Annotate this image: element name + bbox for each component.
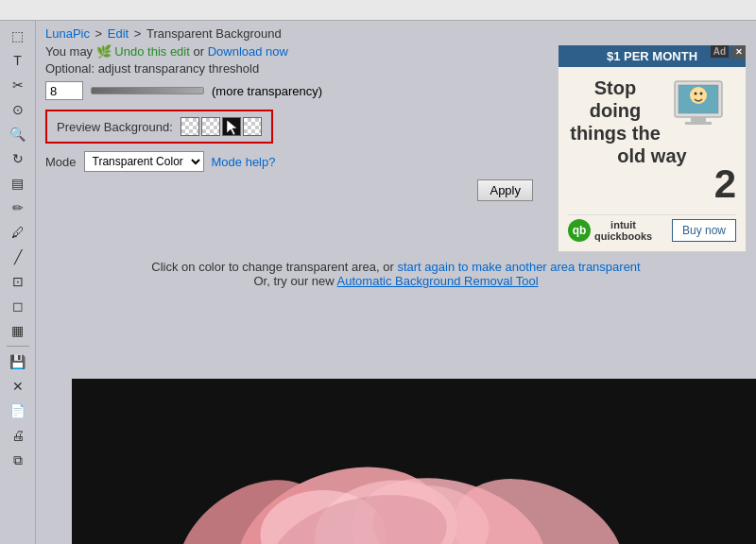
svg-point-7	[700, 93, 703, 95]
file-icon[interactable]: 📄	[5, 400, 31, 422]
breadcrumb-sep1: >	[95, 26, 106, 41]
start-again-link[interactable]: start again to make another area transpa…	[397, 260, 640, 274]
mode-label: Mode	[45, 155, 77, 169]
breadcrumb-edit[interactable]: Edit	[108, 26, 129, 41]
close-icon[interactable]: ✕	[5, 375, 31, 398]
ad-panel: $1 PER MONTH Ad ✕	[558, 44, 747, 252]
threshold-row: (more transparency)	[45, 81, 542, 100]
pencil-icon[interactable]: ╱	[5, 246, 31, 268]
save-icon[interactable]: 💾	[5, 350, 31, 373]
rose-image	[72, 379, 756, 544]
ad-box: $1 PER MONTH Ad ✕	[558, 44, 747, 252]
ad-number: 2	[714, 162, 736, 207]
undo-link[interactable]: 🌿 Undo this edit	[96, 44, 190, 59]
threshold-slider-container	[91, 87, 204, 94]
svg-marker-0	[227, 120, 237, 135]
breadcrumb-sep2: >	[134, 26, 145, 41]
threshold-hint: (more transparency)	[212, 84, 322, 98]
eyedropper-icon[interactable]: 🖊	[5, 221, 31, 244]
print-icon[interactable]: 🖨	[5, 424, 31, 447]
text-icon[interactable]: T	[5, 49, 31, 72]
image-preview	[72, 379, 756, 544]
svg-rect-3	[691, 117, 706, 122]
ad-header: $1 PER MONTH Ad ✕	[558, 45, 746, 67]
threshold-slider[interactable]	[91, 87, 204, 94]
rotate-icon[interactable]: ↻	[5, 147, 31, 170]
select-icon[interactable]: ⬚	[5, 25, 31, 47]
history-icon[interactable]: ⊡	[5, 270, 31, 293]
apply-btn-row: Apply	[45, 179, 533, 201]
content-area: You may 🌿 Undo this edit or Download now…	[36, 44, 756, 252]
apply-button[interactable]: Apply	[477, 179, 533, 201]
instruction1: Click on color to change transparent are…	[151, 260, 394, 274]
lasso-icon[interactable]: ⊙	[5, 98, 31, 121]
undo-prefix: You may	[45, 44, 93, 59]
breadcrumb-lunapic[interactable]: LunaPic	[45, 26, 90, 41]
ad-logo-row: qb intuitquickbooks Buy now	[568, 214, 736, 242]
eraser-icon[interactable]: ◻	[5, 295, 31, 317]
breadcrumb-current: Transparent Background	[146, 26, 282, 41]
qb-icon: qb	[568, 219, 591, 242]
ad-buy-button[interactable]: Buy now	[672, 219, 736, 242]
gradient-icon[interactable]: ▦	[5, 319, 31, 342]
brush-icon[interactable]: ✏	[5, 196, 31, 219]
checker-swatch2[interactable]	[201, 117, 220, 136]
top-bar	[0, 0, 756, 21]
svg-rect-4	[685, 122, 712, 125]
checker-swatch3[interactable]	[243, 117, 262, 136]
preview-swatch-container	[180, 117, 262, 136]
qb-text: intuitquickbooks	[594, 219, 652, 242]
download-link[interactable]: Download now	[208, 44, 288, 59]
preview-label: Preview Background:	[57, 120, 173, 134]
breadcrumb: LunaPic > Edit > Transparent Background	[36, 21, 756, 44]
preview-bg-box: Preview Background:	[45, 110, 273, 144]
ad-body: Stop doing things the old way 2 qb intui…	[558, 67, 746, 251]
checker-swatch[interactable]	[180, 117, 199, 136]
threshold-input[interactable]	[45, 81, 83, 100]
optional-text: Optional: adjust transparancy threshold	[45, 61, 542, 76]
copy-icon[interactable]: ⧉	[5, 449, 31, 471]
auto-bg-link[interactable]: Automatic Background Removal Tool	[337, 274, 539, 288]
ad-label: Ad	[711, 45, 729, 58]
mode-row: Mode Transparent Color Replace Color Fuz…	[45, 151, 542, 172]
qb-logo: qb intuitquickbooks	[568, 219, 652, 242]
ad-close-button[interactable]: ✕	[732, 45, 746, 59]
left-panel: You may 🌿 Undo this edit or Download now…	[45, 44, 542, 252]
instruction-row: Click on color to change transparent are…	[36, 252, 756, 292]
crop-icon[interactable]: ✂	[5, 74, 31, 96]
svg-point-6	[695, 93, 697, 95]
ad-illustration	[670, 76, 736, 133]
or-text: or	[193, 44, 207, 59]
mode-help-link[interactable]: Mode help?	[212, 155, 276, 169]
main-content: LunaPic > Edit > Transparent Background …	[36, 21, 756, 544]
sidebar: ⬚ T ✂ ⊙ 🔍 ↻ ▤ ✏ 🖊 ╱ ⊡ ◻ ▦ 💾 ✕ 📄 🖨 ⧉	[0, 21, 36, 544]
black-swatch[interactable]	[222, 117, 241, 136]
layers-icon[interactable]: ▤	[5, 172, 31, 195]
mode-select[interactable]: Transparent Color Replace Color Fuzzy Se…	[84, 151, 204, 172]
ad-price: $1 PER MONTH	[607, 49, 697, 63]
info-line: You may 🌿 Undo this edit or Download now	[45, 44, 542, 59]
instruction3: Or, try our new	[253, 274, 334, 288]
search-icon[interactable]: 🔍	[5, 123, 31, 145]
